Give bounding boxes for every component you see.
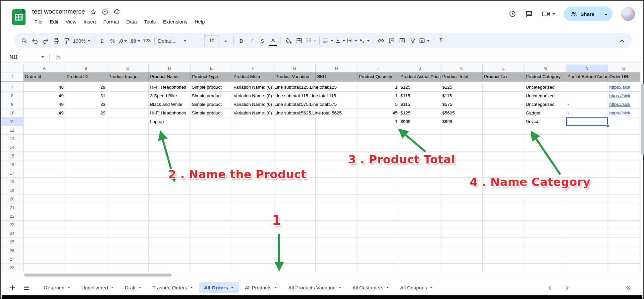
video-call-icon[interactable]	[542, 10, 555, 18]
column-header-B[interactable]: B	[65, 64, 107, 72]
header-cell-D1[interactable]: Product Name	[149, 72, 190, 81]
cell-A8[interactable]: 49	[24, 92, 65, 100]
font-size-input[interactable]: 10	[204, 35, 219, 46]
cell-K19[interactable]	[441, 186, 483, 195]
cell-L20[interactable]	[483, 195, 524, 203]
cell-O9[interactable]: https://sick	[608, 100, 640, 109]
cell-D22[interactable]	[149, 212, 190, 221]
cell-M25[interactable]	[524, 238, 566, 246]
header-cell-L1[interactable]: Product Tax	[483, 72, 524, 81]
cell-F17[interactable]	[232, 169, 274, 178]
cell-G20[interactable]	[274, 195, 316, 203]
cell-J28[interactable]	[399, 264, 441, 272]
cell-M19[interactable]	[524, 186, 566, 195]
cell-N7[interactable]	[566, 83, 608, 92]
cell-A22[interactable]	[24, 212, 65, 221]
cell-H14[interactable]	[316, 143, 357, 152]
cell-J19[interactable]	[399, 186, 441, 195]
cell-H22[interactable]	[316, 212, 357, 221]
cell-N28[interactable]	[566, 264, 608, 272]
cell-D9[interactable]: Black and White	[149, 100, 190, 109]
cell-G23[interactable]	[274, 221, 316, 229]
cell-E15[interactable]	[190, 152, 232, 160]
column-header-L[interactable]: L	[483, 64, 524, 72]
column-header-I[interactable]: I	[357, 64, 399, 72]
insert-comment-icon[interactable]	[387, 36, 396, 46]
cell-K21[interactable]	[441, 203, 483, 212]
undo-icon[interactable]	[30, 36, 39, 46]
cell-N19[interactable]	[566, 186, 608, 195]
cell-O23[interactable]	[608, 221, 640, 229]
cell-N9[interactable]: -	[566, 100, 608, 109]
cell-A26[interactable]	[24, 246, 65, 255]
row-number-23[interactable]: 23	[1, 221, 24, 229]
cell-K7[interactable]: $125	[441, 83, 483, 92]
cell-B28[interactable]	[65, 264, 107, 272]
increase-decimal-icon[interactable]: .00	[129, 36, 140, 46]
cell-F25[interactable]	[232, 238, 274, 246]
cell-K17[interactable]	[441, 169, 483, 178]
cell-A20[interactable]	[24, 195, 65, 203]
cell-D20[interactable]	[149, 195, 190, 203]
cell-K10[interactable]: $5625	[441, 109, 483, 117]
cell-C26[interactable]	[107, 246, 149, 255]
cell-M10[interactable]: Gadget	[524, 109, 566, 117]
row-number-19[interactable]: 19	[1, 186, 24, 195]
cell-N15[interactable]	[566, 152, 608, 160]
cell-B10[interactable]: 29	[65, 109, 107, 117]
cell-L16[interactable]	[483, 160, 524, 169]
cell-A24[interactable]	[24, 229, 65, 238]
all-sheets-menu-icon[interactable]	[24, 285, 29, 290]
cell-C28[interactable]	[107, 264, 149, 272]
cell-E13[interactable]	[190, 135, 232, 143]
cell-L7[interactable]	[483, 83, 524, 92]
cell-L27[interactable]	[483, 255, 524, 264]
fill-color-icon[interactable]	[284, 36, 293, 46]
cell-C19[interactable]	[107, 186, 149, 195]
cell-I17[interactable]	[357, 169, 399, 178]
create-filter-icon[interactable]	[408, 36, 417, 46]
cell-H17[interactable]	[316, 169, 357, 178]
cell-D23[interactable]	[149, 221, 190, 229]
cell-D19[interactable]	[149, 186, 190, 195]
cell-K24[interactable]	[441, 229, 483, 238]
cell-O11[interactable]	[608, 117, 640, 126]
insert-chart-icon[interactable]	[398, 36, 406, 46]
cell-J17[interactable]	[399, 169, 441, 178]
row-number-22[interactable]: 22	[1, 212, 24, 221]
cell-D15[interactable]	[149, 152, 190, 160]
cell-F10[interactable]: Variation Name: (0) ,Line subtotal:5625,…	[232, 109, 357, 117]
cell-M15[interactable]	[524, 152, 566, 160]
cell-N17[interactable]	[566, 169, 608, 178]
cell-B21[interactable]	[65, 203, 107, 212]
cell-B17[interactable]	[65, 169, 107, 178]
cell-N21[interactable]	[566, 203, 608, 212]
text-wrap-icon[interactable]	[347, 36, 357, 46]
cell-N20[interactable]	[566, 195, 608, 203]
header-cell-J1[interactable]: Product Actual Price	[399, 72, 441, 81]
cell-A18[interactable]	[24, 178, 65, 186]
cell-J14[interactable]	[399, 143, 441, 152]
cell-L25[interactable]	[483, 238, 524, 246]
cell-I25[interactable]	[357, 238, 399, 246]
cell-I7[interactable]: 1	[357, 83, 399, 92]
row-number-1[interactable]: 1	[1, 72, 24, 81]
cell-E21[interactable]	[190, 203, 232, 212]
cell-M23[interactable]	[524, 221, 566, 229]
cell-G24[interactable]	[274, 229, 316, 238]
cell-K23[interactable]	[441, 221, 483, 229]
table-view-icon[interactable]	[419, 36, 430, 46]
cell-M20[interactable]	[524, 195, 566, 203]
cell-E25[interactable]	[190, 238, 232, 246]
cell-G16[interactable]	[274, 160, 316, 169]
cell-I20[interactable]	[357, 195, 399, 203]
grid-corner[interactable]	[1, 64, 24, 72]
cell-K20[interactable]	[441, 195, 483, 203]
cell-L22[interactable]	[483, 212, 524, 221]
row-number-14[interactable]: 14	[1, 143, 24, 152]
header-cell-A1[interactable]: Order Id	[24, 72, 65, 81]
header-cell-N1[interactable]: Partial Refund Amount	[566, 72, 608, 81]
cell-E18[interactable]	[190, 178, 232, 186]
cell-K12[interactable]	[441, 126, 483, 135]
fill-handle[interactable]	[606, 124, 609, 127]
